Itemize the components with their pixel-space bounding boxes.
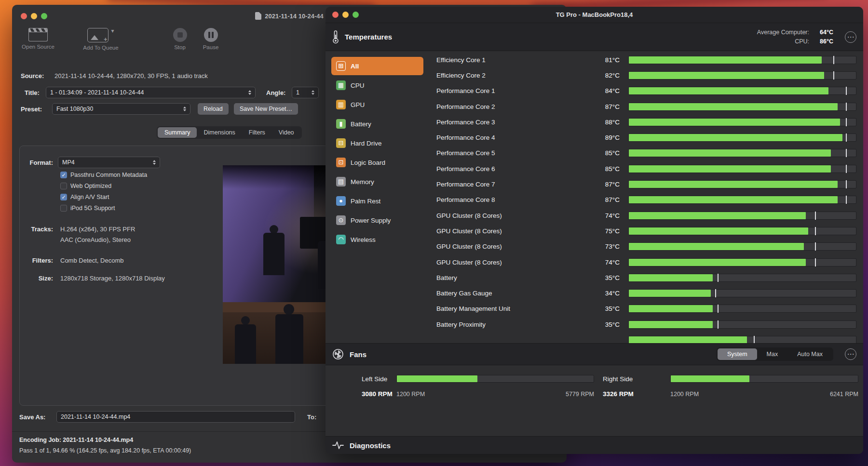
checkbox-label: Passthru Common Metadata [70, 172, 147, 178]
sensor-value: 85°C [579, 149, 620, 157]
temp-bar [628, 336, 856, 343]
sensor-label: Efficiency Core 2 [436, 72, 579, 79]
temp-bar [628, 305, 856, 313]
temp-max-tick [815, 242, 816, 251]
right-fan-bar [670, 375, 858, 383]
minimize-button[interactable] [342, 12, 349, 18]
sensor-value: 82°C [579, 72, 620, 79]
temp-max-tick [718, 320, 719, 329]
temp-bar-fill [629, 134, 842, 141]
open-source-button[interactable]: Open Source [16, 28, 60, 50]
sidebar-item-battery[interactable]: ▮Battery [331, 115, 423, 133]
temp-max-tick [815, 212, 816, 220]
web-optimized-checkbox[interactable]: Web Optimized [60, 183, 111, 189]
palm-rest-icon: ● [336, 196, 346, 206]
preset-popup[interactable]: Fast 1080p30 [52, 103, 190, 115]
summary-readouts: Average Computer:64°C CPU:86°C [757, 28, 833, 46]
temp-bar [628, 196, 856, 204]
sidebar-item-wireless[interactable]: ◠Wireless [331, 230, 423, 249]
ipod-5g-checkbox[interactable]: iPod 5G Support [60, 205, 115, 212]
tab-video[interactable]: Video [272, 127, 301, 138]
sensor-label: Performance Core 2 [436, 103, 579, 110]
stop-label: Stop [174, 44, 186, 50]
zoom-button[interactable] [353, 12, 359, 18]
diagnostics-header[interactable]: Diagnostics [326, 436, 863, 454]
sidebar-item-all[interactable]: ⊞All [331, 57, 423, 75]
temp-bar [628, 71, 856, 80]
stop-button[interactable]: Stop [166, 28, 193, 50]
temp-max-tick [846, 196, 847, 204]
tab-filters[interactable]: Filters [242, 127, 272, 138]
sensor-label: GPU Cluster (8 Cores) [436, 259, 579, 266]
sidebar-item-hard-drive[interactable]: ⊟Hard Drive [331, 134, 423, 152]
sensor-value: 85°C [579, 165, 620, 173]
temp-max-tick [846, 149, 847, 157]
temp-row: GPU Cluster (8 Cores)73°C [436, 239, 859, 254]
sensor-value: 35°C [579, 321, 620, 328]
chevron-down-icon[interactable]: ▾ [111, 28, 114, 33]
sidebar-item-logic-board[interactable]: ⊡Logic Board [331, 153, 423, 172]
format-label: Format: [22, 159, 53, 166]
fans-more-button[interactable]: ⋯ [845, 348, 856, 360]
sidebar-item-gpu[interactable]: ▥GPU [331, 95, 423, 114]
popup-chevrons-icon [150, 160, 156, 165]
temp-row: Battery Gas Gauge34°C [436, 285, 859, 301]
temp-max-tick [846, 118, 847, 126]
save-new-preset-button[interactable]: Save New Preset… [234, 103, 298, 115]
source-value: 2021-11-14 10-24-44, 1280x720, 30 FPS, 1… [54, 72, 208, 80]
temperatures-more-button[interactable]: ⋯ [845, 31, 856, 43]
fan-mode-auto-max[interactable]: Auto Max [787, 348, 832, 360]
align-av-start-checkbox[interactable]: Align A/V Start [60, 194, 109, 200]
sidebar-label: Battery [351, 120, 371, 128]
save-as-input[interactable] [56, 411, 295, 423]
sidebar-label: Power Supply [351, 217, 391, 224]
preset-popup-value: Fast 1080p30 [56, 106, 93, 112]
temp-bar-fill [629, 149, 831, 157]
reload-button[interactable]: Reload [198, 103, 229, 115]
passthru-metadata-checkbox[interactable]: Passthru Common Metadata [60, 172, 147, 178]
preview-detail [235, 324, 256, 364]
filters-value: Comb Detect, Decomb [60, 257, 124, 264]
temp-bar-fill [629, 181, 838, 188]
fan-mode-system[interactable]: System [718, 348, 757, 360]
pause-button[interactable]: Pause [197, 28, 224, 50]
diagnostics-title: Diagnostics [350, 441, 391, 450]
sensor-value: 34°C [579, 290, 620, 297]
sensor-label: Performance Core 4 [436, 134, 579, 141]
angle-popup[interactable]: 1 [292, 87, 319, 98]
format-popup[interactable]: MP4 [58, 157, 160, 168]
temp-bar [628, 180, 856, 188]
desktop: 2021-11-14 10-24-44 Open Source ▾ Add To… [0, 0, 868, 466]
sidebar-item-cpu[interactable]: ▦CPU [331, 76, 423, 94]
left-fan-rpm: 3080 RPM [362, 390, 393, 398]
tab-dimensions[interactable]: Dimensions [197, 127, 242, 138]
add-to-queue-button[interactable]: ▾ Add To Queue [74, 28, 128, 51]
sensor-label: GPU Cluster (8 Cores) [436, 243, 579, 250]
temp-bar [628, 242, 856, 251]
fan-mode-max[interactable]: Max [757, 348, 788, 360]
sensor-value: 81°C [579, 56, 620, 64]
sidebar-item-power-supply[interactable]: ⊙Power Supply [331, 211, 423, 229]
close-button[interactable] [332, 12, 339, 18]
right-fan-rpm: 3326 RPM [603, 390, 634, 398]
sidebar-item-memory[interactable]: ▤Memory [331, 173, 423, 191]
average-computer-label: Average Computer: [757, 28, 809, 37]
temp-bar [628, 133, 856, 142]
thermometer-icon [332, 30, 339, 44]
tgpro-window: TG Pro - MacBookPro18,4 Temperatures Ave… [326, 7, 863, 454]
cpu-temp-value: 86°C [813, 37, 833, 46]
sidebar-label: Palm Rest [351, 198, 380, 205]
temp-bar-fill [629, 227, 808, 235]
wifi-icon: ◠ [336, 235, 346, 244]
temp-row: Performance Core 287°C [436, 99, 859, 114]
temp-bar [628, 274, 856, 282]
tab-summary[interactable]: Summary [158, 127, 197, 138]
title-popup[interactable]: 1 - 01:34:09 - 2021-11-14 10-24-44 [46, 87, 256, 98]
pulse-icon [332, 440, 344, 450]
temp-max-tick [815, 227, 816, 235]
sensor-label: GPU Cluster (8 Cores) [436, 227, 579, 235]
sensor-label: Performance Core 5 [436, 149, 579, 157]
temp-max-tick [846, 165, 847, 173]
tgpro-titlebar: TG Pro - MacBookPro18,4 [326, 7, 863, 23]
sidebar-item-palm-rest[interactable]: ●Palm Rest [331, 192, 423, 210]
